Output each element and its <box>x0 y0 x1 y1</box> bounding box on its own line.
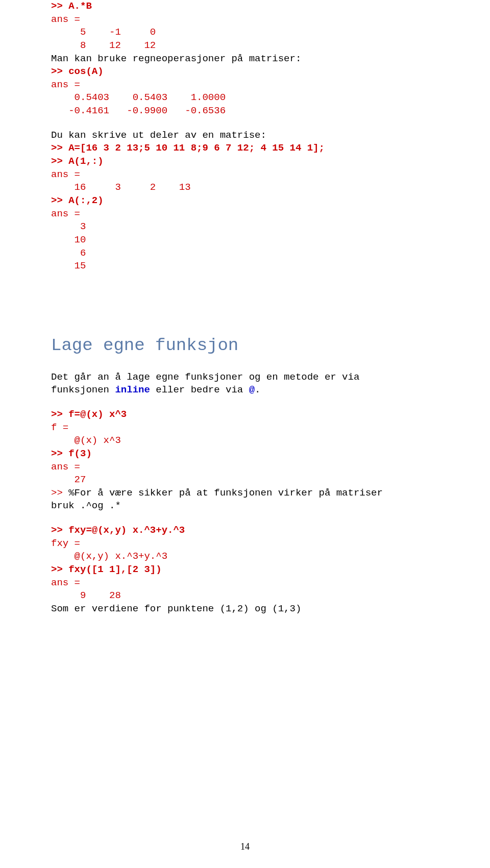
body-text: Man kan bruke regneoperasjoner på matris… <box>51 53 439 66</box>
code-line: >> fxy=@(x,y) x.^3+y.^3 <box>51 524 439 537</box>
code-line: f = <box>51 421 439 435</box>
code-line: @(x) x^3 <box>51 434 439 448</box>
code-line: >> A(1,:) <box>51 155 439 168</box>
code-line: bruk .^og .* <box>51 500 439 513</box>
body-text: Det går an å lage egne funksjoner og en … <box>51 371 439 397</box>
page-number: 14 <box>0 840 490 853</box>
code-line: >> A=[16 3 2 13;5 10 11 8;9 6 7 12; 4 15… <box>51 142 439 155</box>
code-line: 8 12 12 <box>51 39 439 53</box>
body-text: Som er verdiene for punktene (1,2) og (1… <box>51 603 439 616</box>
text-span: Det går an å lage egne funksjoner og en … <box>51 371 359 383</box>
text-span: funksjonen <box>51 384 115 395</box>
section-heading: Lage egne funksjon <box>51 334 439 358</box>
code-line: 10 <box>51 234 439 247</box>
code-line: ans = <box>51 461 439 474</box>
code-line: 9 28 <box>51 589 439 603</box>
comment: %For å være sikker på at funksjonen virk… <box>68 487 383 499</box>
code-line: 16 3 2 13 <box>51 181 439 194</box>
code-line: >> f(3) <box>51 448 439 461</box>
code-line: ans = <box>51 168 439 182</box>
code-line: >> fxy([1 1],[2 3]) <box>51 563 439 577</box>
code-line: 27 <box>51 474 439 487</box>
code-line: 0.5403 0.5403 1.0000 <box>51 91 439 105</box>
code-line: fxy = <box>51 537 439 551</box>
text-span: . <box>255 384 260 395</box>
code-line: >> f=@(x) x^3 <box>51 408 439 421</box>
text-span: eller bedre via <box>150 384 249 395</box>
code-line: 15 <box>51 260 439 273</box>
code-line: >> %For å være sikker på at funksjonen v… <box>51 487 439 500</box>
prompt: >> <box>51 487 68 499</box>
code-line: 6 <box>51 247 439 260</box>
code-line: >> A(:,2) <box>51 194 439 208</box>
code-line: @(x,y) x.^3+y.^3 <box>51 550 439 563</box>
code-line: -0.4161 -0.9900 -0.6536 <box>51 105 439 118</box>
code-line: 5 -1 0 <box>51 26 439 39</box>
code-line: >> A.*B <box>51 0 439 13</box>
code-line: ans = <box>51 577 439 590</box>
code-line: ans = <box>51 79 439 92</box>
code-line: ans = <box>51 208 439 221</box>
code-line: 3 <box>51 220 439 234</box>
code-line: >> cos(A) <box>51 65 439 79</box>
keyword: @ <box>249 384 255 395</box>
code-line: ans = <box>51 13 439 27</box>
keyword: inline <box>115 384 150 395</box>
page: >> A.*B ans = 5 -1 0 8 12 12 Man kan bru… <box>0 0 490 868</box>
body-text: Du kan skrive ut deler av en matrise: <box>51 129 439 142</box>
